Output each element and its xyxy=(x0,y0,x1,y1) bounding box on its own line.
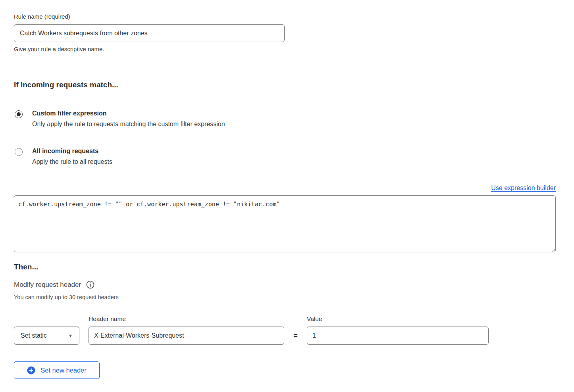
operation-column-spacer xyxy=(14,315,89,323)
chevron-down-icon: ▼ xyxy=(68,333,73,338)
header-operation-select[interactable]: Set static ▼ xyxy=(14,327,79,345)
rule-name-helper: Give your rule a descriptive name. xyxy=(14,46,556,52)
section-divider xyxy=(14,63,556,63)
value-column-label: Value xyxy=(307,315,489,323)
radio-option-custom-filter[interactable]: Custom filter expression Only apply the … xyxy=(14,110,556,128)
radio-all-requests-description: Apply the rule to all requests xyxy=(32,158,112,165)
header-name-input[interactable] xyxy=(89,327,284,345)
equals-sign: = xyxy=(284,332,307,340)
radio-unselected-icon[interactable] xyxy=(15,148,23,156)
set-new-header-button[interactable]: Set new header xyxy=(14,361,100,379)
header-name-column-label: Header name xyxy=(89,315,284,323)
radio-custom-filter-label[interactable]: Custom filter expression xyxy=(32,110,225,117)
rule-name-input[interactable] xyxy=(14,24,285,42)
modify-header-helper: You can modify up to 30 request headers xyxy=(14,294,556,300)
rule-name-label: Rule name (required) xyxy=(14,13,556,20)
match-section-heading: If incoming requests match... xyxy=(14,81,556,89)
rule-editor-form: Rule name (required) Give your rule a de… xyxy=(0,0,574,379)
use-expression-builder-link[interactable]: Use expression builder xyxy=(491,184,556,192)
header-operation-selected-value: Set static xyxy=(21,332,47,339)
radio-all-requests-label[interactable]: All incoming requests xyxy=(32,148,112,155)
radio-custom-filter-description: Only apply the rule to requests matching… xyxy=(32,121,225,128)
header-value-input[interactable] xyxy=(307,327,489,345)
info-icon[interactable] xyxy=(86,281,94,289)
plus-circle-icon xyxy=(27,366,35,375)
equals-column-spacer xyxy=(284,315,307,323)
set-new-header-label: Set new header xyxy=(40,367,87,374)
radio-option-all-requests[interactable]: All incoming requests Apply the rule to … xyxy=(14,148,556,165)
radio-selected-icon[interactable] xyxy=(15,110,23,118)
modify-request-header-label: Modify request header xyxy=(14,281,81,289)
filter-expression-textarea[interactable]: cf.worker.upstream_zone != "" or cf.work… xyxy=(14,195,556,252)
then-section-heading: Then... xyxy=(14,263,556,271)
